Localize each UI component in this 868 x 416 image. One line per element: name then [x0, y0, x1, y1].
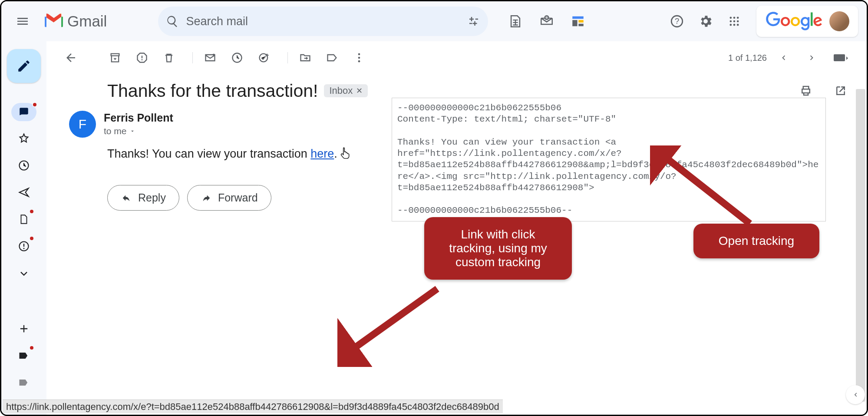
search-input[interactable] [186, 15, 460, 28]
pencil-icon [17, 59, 31, 73]
svg-point-11 [730, 20, 732, 23]
search-options-icon[interactable] [467, 15, 480, 28]
next-message-button[interactable] [802, 47, 822, 68]
svg-rect-4 [579, 20, 584, 23]
inbox-icon [18, 106, 30, 118]
svg-point-12 [733, 20, 736, 23]
vertical-scrollbar[interactable] [856, 89, 865, 402]
transaction-link[interactable]: here [310, 147, 334, 160]
sidebar-create-label[interactable] [14, 319, 33, 338]
layout-icon[interactable] [565, 9, 591, 34]
header: Gmail @ ? [1, 1, 867, 41]
forward-button[interactable]: Forward [187, 185, 271, 211]
label-icon [18, 350, 30, 362]
support-button[interactable]: ? [664, 9, 690, 34]
move-to-button[interactable] [295, 47, 316, 68]
open-tracking-callout: Open tracking [693, 224, 819, 258]
gmail-text: Gmail [67, 13, 107, 30]
archive-icon [109, 52, 121, 64]
sidebar-spam[interactable] [14, 237, 33, 256]
sender-avatar[interactable]: F [69, 111, 96, 138]
clock-icon [18, 159, 30, 172]
sidebar-label-1[interactable] [14, 346, 33, 365]
header-extra-icons: @ [503, 9, 591, 34]
unread-dot [32, 102, 37, 107]
reply-button[interactable]: Reply [107, 185, 179, 211]
apps-button[interactable] [722, 9, 747, 34]
svg-rect-3 [573, 20, 578, 26]
click-tracking-callout: Link with click tracking, using my custo… [424, 217, 572, 280]
status-bar: https://link.pollentagency.com/x/e?t=bd8… [3, 399, 503, 413]
svg-point-15 [733, 24, 736, 26]
svg-rect-27 [834, 54, 845, 61]
delete-button[interactable] [158, 47, 179, 68]
sidebar-sent[interactable] [14, 183, 33, 202]
star-icon [18, 132, 30, 145]
check-plus-icon [257, 52, 271, 64]
plus-icon [18, 323, 30, 335]
svg-rect-5 [579, 24, 584, 26]
raw-source-box: --000000000000c21b6b0622555b06 Content-T… [392, 98, 826, 221]
svg-point-26 [358, 60, 360, 63]
mark-unread-button[interactable] [200, 47, 221, 68]
labels-button[interactable] [322, 47, 343, 68]
mail-icon [204, 52, 217, 64]
sidebar-snoozed[interactable] [14, 156, 33, 175]
sidebar-inbox[interactable] [11, 103, 36, 121]
sidebar-label-2[interactable] [14, 373, 33, 392]
arrow-left-icon [64, 51, 77, 64]
svg-point-25 [358, 57, 360, 59]
print-icon [799, 84, 812, 97]
clock-icon [231, 52, 243, 64]
svg-point-21 [213, 54, 215, 56]
side-panel-toggle[interactable] [846, 385, 865, 404]
hand-cursor-icon [340, 146, 351, 162]
svg-point-20 [142, 59, 143, 60]
chip-remove[interactable]: ✕ [356, 86, 363, 96]
snooze-button[interactable] [227, 47, 248, 68]
add-task-button[interactable] [254, 47, 274, 68]
pager: 1 of 1,126 [724, 47, 857, 68]
main-menu-button[interactable] [10, 9, 35, 34]
open-new-window-button[interactable] [830, 80, 851, 101]
svg-point-10 [737, 17, 739, 19]
content: 1 of 1,126 Thanks for the transaction! I… [46, 41, 867, 415]
click-arrow [337, 284, 446, 367]
back-button[interactable] [60, 47, 81, 68]
sidebar-more[interactable] [14, 264, 33, 283]
apps-grid-icon [728, 15, 740, 27]
folder-arrow-icon [299, 52, 312, 64]
label-chip[interactable]: Inbox ✕ [324, 84, 368, 97]
sheets-icon[interactable] [503, 9, 528, 34]
more-button[interactable] [349, 47, 370, 68]
archive-button[interactable] [105, 47, 125, 68]
sidebar-starred[interactable] [14, 129, 33, 148]
send-icon [18, 186, 30, 198]
forward-icon [201, 193, 212, 203]
gmail-logo[interactable]: Gmail [43, 13, 107, 30]
input-tools-button[interactable] [830, 47, 851, 68]
avatar[interactable] [828, 10, 850, 32]
sidebar-drafts[interactable] [14, 210, 33, 229]
sender-name: Ferris Pollent [104, 112, 173, 124]
trash-icon [163, 52, 175, 64]
svg-point-19 [23, 248, 25, 249]
body-suffix: . [334, 147, 337, 160]
settings-button[interactable] [693, 9, 718, 34]
prev-message-button[interactable] [773, 47, 794, 68]
search-bar[interactable] [158, 7, 488, 36]
caret-down-icon [129, 128, 135, 134]
report-spam-button[interactable] [132, 47, 152, 68]
status-url: https://link.pollentagency.com/x/e?t=bd8… [6, 401, 499, 413]
svg-point-13 [737, 20, 739, 23]
keyboard-icon [833, 53, 848, 63]
search-icon [166, 15, 179, 28]
account-card[interactable] [756, 6, 858, 37]
to-line[interactable]: to me [104, 126, 173, 136]
contacts-icon[interactable]: @ [534, 9, 559, 34]
hamburger-icon [16, 14, 30, 28]
gear-icon [698, 14, 713, 29]
compose-button[interactable] [7, 49, 41, 83]
label-icon [326, 52, 339, 64]
google-logo [766, 12, 822, 31]
